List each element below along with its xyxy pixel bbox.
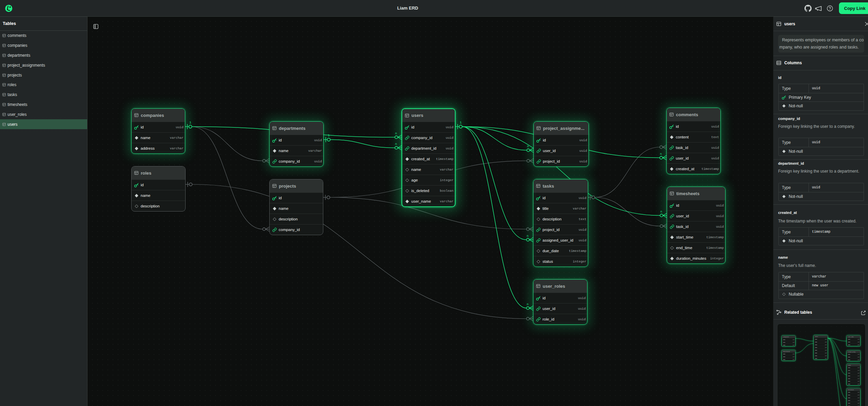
svg-text:uuid: uuid [857, 370, 859, 371]
svg-text:xxxx: xxxx [848, 370, 850, 371]
svg-text:1: 1 [189, 121, 191, 124]
svg-text:uuid: uuid [825, 344, 827, 346]
svg-text:xxxx: xxxx [848, 403, 850, 404]
svg-text:uuid: uuid [857, 344, 859, 346]
svg-text:xxxx: xxxx [783, 359, 785, 360]
svg-text:uuid: uuid [857, 397, 859, 398]
svg-text:xxxx: xxxx [848, 397, 850, 398]
svg-text:tasks: tasks [848, 365, 851, 366]
svg-text:uuid: uuid [857, 383, 859, 385]
svg-text:xxxx: xxxx [815, 339, 817, 340]
svg-text:uuid: uuid [825, 350, 827, 351]
svg-text:xxxx: xxxx [848, 394, 850, 396]
svg-text:xxxx: xxxx [783, 356, 785, 357]
svg-text:xxxx: xxxx [848, 344, 850, 346]
svg-text:uuid: uuid [857, 359, 859, 361]
svg-text:xxxx: xxxx [783, 342, 785, 343]
svg-text:uuid: uuid [792, 353, 795, 355]
svg-text:uuid: uuid [857, 373, 859, 374]
svg-text:uuid: uuid [825, 358, 827, 359]
svg-text:uuid: uuid [825, 347, 827, 348]
svg-text:xxxx: xxxx [815, 358, 817, 359]
svg-text:n: n [395, 132, 397, 135]
svg-text:uuid: uuid [825, 355, 827, 356]
svg-text:timesheets: timesheets [848, 389, 854, 391]
svg-text:xxxx: xxxx [848, 354, 850, 355]
svg-text:uuid: uuid [857, 378, 859, 379]
svg-text:uuid: uuid [857, 354, 859, 355]
svg-text:xxxx: xxxx [815, 350, 817, 351]
svg-text:uuid: uuid [792, 342, 795, 343]
svg-text:n: n [660, 210, 662, 214]
svg-text:xxxx: xxxx [815, 344, 817, 346]
svg-text:xxxx: xxxx [848, 359, 850, 361]
svg-text:xxxx: xxxx [848, 381, 850, 382]
svg-text:project_assig: project_assig [848, 351, 855, 353]
svg-text:n: n [395, 143, 397, 146]
svg-text:xxxx: xxxx [783, 353, 785, 355]
svg-text:xxxx: xxxx [848, 378, 850, 379]
svg-text:n: n [527, 303, 528, 306]
svg-text:uuid: uuid [857, 403, 859, 404]
svg-text:users: users [815, 336, 818, 337]
svg-text:xxxx: xxxx [848, 356, 850, 358]
svg-text:uuid: uuid [792, 344, 795, 346]
svg-text:xxxx: xxxx [815, 341, 817, 343]
svg-text:uuid: uuid [857, 381, 859, 382]
svg-text:uuid: uuid [825, 341, 827, 343]
svg-text:1: 1 [460, 121, 461, 124]
svg-text:uuid: uuid [825, 352, 827, 354]
svg-text:xxxx: xxxx [848, 400, 850, 401]
svg-text:uuid: uuid [792, 356, 795, 357]
svg-text:uuid: uuid [792, 339, 795, 340]
svg-text:uuid: uuid [857, 356, 859, 358]
svg-text:xxxx: xxxx [815, 355, 817, 356]
svg-text:xxxx: xxxx [783, 344, 785, 346]
svg-text:n: n [527, 234, 528, 238]
svg-text:xxxx: xxxx [848, 375, 850, 377]
svg-text:uuid: uuid [857, 394, 859, 396]
svg-text:xxxx: xxxx [848, 367, 850, 368]
svg-text:uuid: uuid [857, 392, 859, 393]
svg-text:xxxx: xxxx [848, 373, 850, 374]
svg-text:n: n [527, 145, 529, 148]
svg-text:uuid: uuid [857, 341, 859, 343]
svg-text:1: 1 [328, 134, 329, 137]
svg-text:n: n [660, 152, 662, 156]
svg-text:uuid: uuid [825, 339, 827, 340]
svg-text:xxxx: xxxx [848, 339, 850, 340]
svg-text:uuid: uuid [857, 375, 859, 377]
svg-text:xxxx: xxxx [848, 383, 850, 385]
svg-text:uuid: uuid [857, 367, 859, 368]
svg-text:user_roles: user_roles [848, 336, 854, 338]
svg-text:uuid: uuid [857, 400, 859, 401]
svg-text:xxxx: xxxx [848, 392, 850, 393]
svg-text:departments: departments [783, 351, 790, 352]
svg-text:companies: companies [783, 336, 789, 338]
svg-text:xxxx: xxxx [815, 352, 817, 354]
svg-text:xxxx: xxxx [783, 339, 785, 340]
svg-text:xxxx: xxxx [815, 347, 817, 348]
svg-text:xxxx: xxxx [848, 341, 850, 343]
svg-text:uuid: uuid [792, 359, 795, 360]
svg-text:uuid: uuid [857, 339, 859, 340]
